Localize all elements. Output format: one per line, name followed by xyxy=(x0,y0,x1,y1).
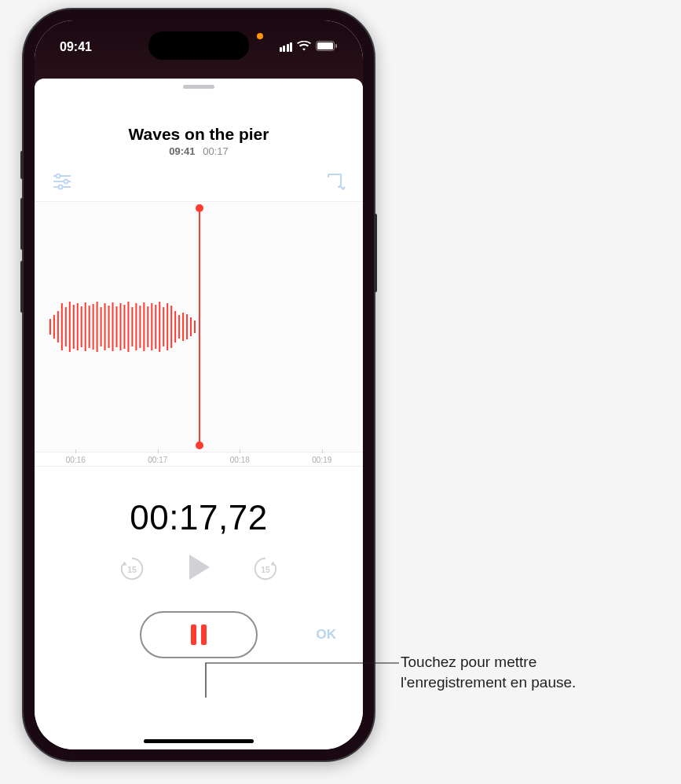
wifi-icon xyxy=(297,40,311,54)
svg-rect-2 xyxy=(335,44,337,48)
recording-indicator-dot xyxy=(257,33,263,39)
recording-subtitle: 09:41 00:17 xyxy=(35,145,363,157)
ruler-tick: 00:19 xyxy=(312,456,331,464)
recording-title[interactable]: Waves on the pier xyxy=(35,125,363,144)
svg-rect-1 xyxy=(317,42,333,49)
svg-point-8 xyxy=(59,185,63,189)
done-button[interactable]: OK xyxy=(317,627,337,643)
recording-sheet: Waves on the pier 09:41 00:17 xyxy=(35,79,363,749)
play-controls: 15 15 xyxy=(35,553,363,584)
dynamic-island xyxy=(148,31,249,60)
volume-up xyxy=(20,198,24,250)
ruler-tick: 00:18 xyxy=(230,456,250,464)
waveform-area[interactable] xyxy=(35,201,363,452)
svg-point-4 xyxy=(57,174,60,178)
time-ruler: 00:16 00:17 00:18 00:19 xyxy=(35,452,363,467)
title-block: Waves on the pier 09:41 00:17 xyxy=(35,125,363,157)
pause-icon xyxy=(191,625,207,645)
svg-point-6 xyxy=(64,180,68,184)
sheet-grabber[interactable] xyxy=(183,85,214,89)
bottom-controls: OK xyxy=(35,611,363,658)
pause-recording-button[interactable] xyxy=(140,611,258,658)
tool-row xyxy=(35,157,363,201)
skip-forward-15-button[interactable]: 15 xyxy=(252,555,279,582)
screen: 09:41 Waves on the pier 09:41 00:17 xyxy=(35,20,363,749)
ruler-tick: 00:17 xyxy=(148,456,167,464)
svg-text:15: 15 xyxy=(261,566,270,574)
mute-switch xyxy=(20,151,24,179)
callout-line1: Touchez pour mettre xyxy=(401,652,668,672)
recording-time: 09:41 xyxy=(169,145,195,157)
play-button[interactable] xyxy=(186,553,211,584)
recording-duration: 00:17 xyxy=(203,145,229,157)
status-right xyxy=(280,40,339,54)
volume-down xyxy=(20,261,24,313)
elapsed-timer: 00:17,72 xyxy=(35,498,363,537)
callout-line2: l'enregistrement en pause. xyxy=(401,672,668,693)
playhead[interactable] xyxy=(199,208,200,445)
callout-leader-line xyxy=(204,652,401,699)
skip-back-15-button[interactable]: 15 xyxy=(119,555,145,582)
callout-text: Touchez pour mettre l'enregistrement en … xyxy=(401,652,668,692)
home-indicator[interactable] xyxy=(144,739,254,743)
waveform xyxy=(35,280,199,374)
svg-text:15: 15 xyxy=(127,566,137,574)
cellular-icon xyxy=(280,42,293,52)
trim-icon[interactable] xyxy=(325,173,346,193)
iphone-frame: 09:41 Waves on the pier 09:41 00:17 xyxy=(22,8,375,762)
battery-icon xyxy=(316,40,338,54)
status-time: 09:41 xyxy=(60,40,92,54)
settings-icon[interactable] xyxy=(52,173,72,193)
side-button xyxy=(374,214,377,292)
ruler-tick: 00:16 xyxy=(66,456,86,464)
